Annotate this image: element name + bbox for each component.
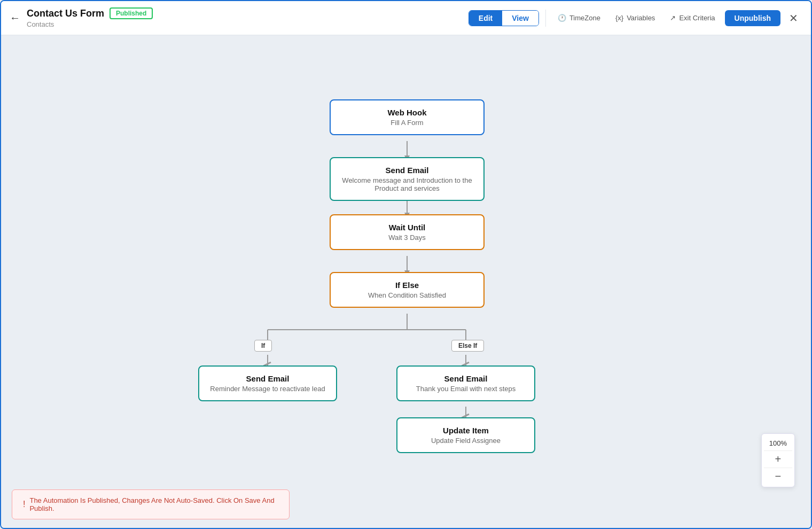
timezone-label: TimeZone: [569, 14, 600, 22]
branch-else-if-send-email-node[interactable]: Send Email Thank you Email with next ste…: [396, 365, 535, 401]
edit-button[interactable]: Edit: [469, 11, 502, 26]
timezone-button[interactable]: 🕐 TimeZone: [552, 11, 606, 25]
timezone-icon: 🕐: [558, 14, 566, 22]
branch-if-send-email-subtitle: Reminder Message to reactivate lead: [210, 385, 325, 393]
if-else-title: If Else: [341, 281, 473, 290]
exit-criteria-label: Exit Criteria: [679, 14, 715, 22]
close-button[interactable]: ✕: [785, 10, 802, 27]
exit-criteria-button[interactable]: ↗ Exit Criteria: [665, 11, 720, 25]
wait-until-title: Wait Until: [341, 223, 473, 232]
wait-until-node[interactable]: Wait Until Wait 3 Days: [330, 214, 485, 250]
branch-if-label: If: [254, 340, 272, 352]
toast-message: The Automation Is Published, Changes Are…: [29, 496, 278, 512]
published-badge: Published: [110, 7, 153, 19]
view-button[interactable]: View: [502, 11, 538, 26]
variables-icon: {x}: [615, 14, 623, 22]
send-email-1-title: Send Email: [341, 166, 473, 175]
variables-button[interactable]: {x} Variables: [610, 11, 660, 25]
header-right: Edit View 🕐 TimeZone {x} Variables ↗ Exi…: [469, 10, 802, 27]
back-button[interactable]: ←: [10, 12, 20, 24]
zoom-level: 100%: [764, 436, 792, 451]
zoom-in-button[interactable]: +: [764, 451, 792, 468]
header: ← Contact Us Form Published Contacts Edi…: [1, 1, 811, 35]
branch-if-send-email-title: Send Email: [210, 374, 325, 383]
send-email-1-node[interactable]: Send Email Welcome message and Introduct…: [330, 157, 485, 201]
subtitle: Contacts: [27, 20, 462, 28]
wait-until-subtitle: Wait 3 Days: [341, 234, 473, 242]
webhook-node[interactable]: Web Hook Fill A Form: [330, 99, 485, 135]
zoom-out-button[interactable]: −: [764, 468, 792, 485]
update-item-subtitle: Update Field Assignee: [408, 437, 524, 445]
canvas: Web Hook Fill A Form Send Email Welcome …: [1, 35, 811, 529]
branch-if-send-email-node[interactable]: Send Email Reminder Message to reactivat…: [198, 365, 337, 401]
title-block: Contact Us Form Published Contacts: [27, 7, 462, 28]
branch-else-if-send-email-subtitle: Thank you Email with next steps: [408, 385, 524, 393]
if-else-node[interactable]: If Else When Condition Satisfied: [330, 272, 485, 308]
zoom-controls: 100% + −: [761, 433, 795, 487]
header-divider: [545, 10, 546, 27]
update-item-title: Update Item: [408, 426, 524, 435]
app-title: Contact Us Form Published: [27, 7, 462, 19]
edit-view-group: Edit View: [469, 10, 539, 26]
toast-icon: !: [23, 500, 25, 509]
app-title-text: Contact Us Form: [27, 8, 104, 19]
unpublish-button[interactable]: Unpublish: [725, 10, 780, 26]
variables-label: Variables: [627, 14, 655, 22]
exit-criteria-icon: ↗: [670, 14, 676, 22]
branch-else-if-label: Else If: [451, 340, 484, 352]
webhook-subtitle: Fill A Form: [341, 119, 473, 127]
webhook-title: Web Hook: [341, 108, 473, 117]
if-else-subtitle: When Condition Satisfied: [341, 291, 473, 299]
back-icon: ←: [10, 12, 20, 24]
toast-notification: ! The Automation Is Published, Changes A…: [12, 489, 290, 519]
send-email-1-subtitle: Welcome message and Introduction to the …: [341, 176, 473, 192]
update-item-node[interactable]: Update Item Update Field Assignee: [396, 417, 535, 453]
branch-else-if-send-email-title: Send Email: [408, 374, 524, 383]
